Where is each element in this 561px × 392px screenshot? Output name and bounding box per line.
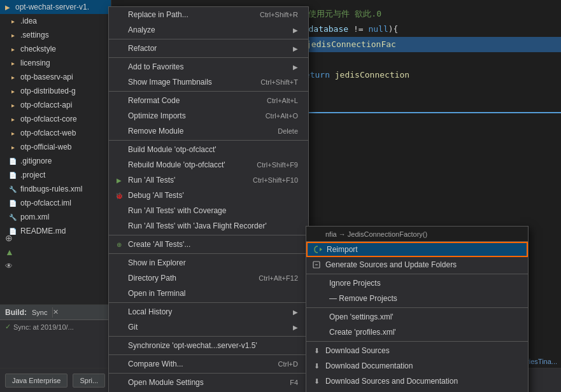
menu-item-run-flight[interactable]: Run 'All Tests' with 'Java Flight Record… [109, 218, 308, 234]
sidebar-item-checkstyle[interactable]: ▸ checkstyle [0, 42, 111, 56]
menu-item-refactor[interactable]: Refactor ▶ [109, 41, 308, 56]
folder-icon: ▸ [8, 44, 18, 54]
sidebar-item-ofclacct-web[interactable]: ▸ otp-ofclacct-web [0, 126, 111, 140]
java-enterprise-tab[interactable]: Java Enterprise [5, 374, 67, 388]
sidebar-item-basesrv[interactable]: ▸ otp-basesrv-api [0, 70, 111, 84]
menu-item-label: Remove Module [128, 127, 265, 136]
arrow-up-icon[interactable]: ▲ [5, 246, 106, 258]
separator [109, 235, 308, 235]
menu-item-build[interactable]: Build Module 'otp-ofclacct' [109, 142, 308, 157]
folder-icon: ▸ [8, 128, 18, 138]
menu-item-thumbnails[interactable]: Show Image Thumbnails Ctrl+Shift+T [109, 74, 308, 90]
spring-tab[interactable]: Spri... [73, 374, 105, 388]
arrow-icon: ▶ [293, 309, 298, 316]
menu-item-rebuild[interactable]: Rebuild Module 'otp-ofclacct' Ctrl+Shift… [109, 157, 308, 172]
sidebar-item-project[interactable]: 📄 .project [0, 168, 111, 182]
sub-separator [306, 307, 528, 308]
menu-item-analyze[interactable]: Analyze ▶ [109, 22, 308, 38]
sidebar-item-root[interactable]: ▶ opt-wechat-server-v1. [0, 0, 111, 14]
debug-icon: 🐞 [114, 190, 124, 200]
menu-item-debug[interactable]: 🐞 Debug 'All Tests' [109, 188, 308, 203]
code-line-6: } [281, 83, 561, 98]
menu-shortcut: Delete [278, 127, 298, 135]
menu-item-label: Local History [128, 307, 290, 316]
menu-item-terminal[interactable]: Open in Terminal [109, 286, 308, 301]
sidebar-item-licensing[interactable]: ▸ licensing [0, 56, 111, 70]
sidebar-item-official-web[interactable]: ▸ otp-official-web [0, 140, 111, 154]
menu-item-label: Open in Terminal [128, 289, 298, 298]
folder-icon: ▸ [8, 114, 18, 124]
sub-menu-download-sources[interactable]: ⬇ Download Sources [306, 343, 528, 358]
menu-item-git[interactable]: Git ▶ [109, 319, 308, 335]
sub-menu-generate[interactable]: Generate Sources and Update Folders [306, 257, 528, 272]
sidebar-item-label: pom.xml [20, 213, 49, 221]
sidebar-item-ofclacct-core[interactable]: ▸ otp-ofclacct-core [0, 112, 111, 126]
sub-menu-label: Reimport [327, 245, 516, 254]
create-icon: ⊕ [114, 239, 124, 249]
menu-item-run-coverage[interactable]: Run 'All Tests' with Coverage [109, 203, 308, 218]
menu-item-label: Add to Favorites [128, 62, 290, 71]
sub-menu-remove[interactable]: — Remove Projects [306, 291, 528, 306]
menu-item-local-history[interactable]: Local History ▶ [109, 304, 308, 319]
sidebar-item-label: otp-distributed-g [20, 87, 76, 95]
menu-item-favorites[interactable]: Add to Favorites ▶ [109, 59, 308, 74]
code-line-3: jedisConnectionFac [281, 37, 561, 52]
menu-item-label: Replace in Path... [128, 10, 247, 19]
menu-item-module-settings[interactable]: Open Module Settings F4 [109, 375, 308, 390]
expand-icon[interactable]: ⊕ [5, 232, 106, 244]
sidebar-item-gitignore[interactable]: 📄 .gitignore [0, 154, 111, 168]
download-icon: ⬇ [311, 376, 322, 386]
sidebar-item-distributed[interactable]: ▸ otp-distributed-g [0, 84, 111, 98]
separator [109, 336, 308, 337]
svg-marker-2 [320, 248, 322, 251]
generate-icon [311, 260, 322, 270]
folder-icon: ▸ [8, 16, 18, 26]
menu-item-create-tests[interactable]: ⊕ Create 'All Tests'... [109, 237, 308, 252]
left-panel-icons: ⊕ ▲ 👁 [0, 229, 111, 275]
menu-item-label: Reformat Code [128, 96, 254, 105]
sidebar-item-pom[interactable]: 🔧 pom.xml [0, 210, 111, 224]
sidebar-item-label: otp-official-web [20, 143, 71, 151]
build-sync-tab[interactable]: Sync [27, 307, 53, 318]
sub-menu-download-docs[interactable]: ⬇ Download Documentation [306, 358, 528, 374]
menu-item-dir-path[interactable]: Directory Path Ctrl+Alt+F12 [109, 270, 308, 286]
menu-item-compare[interactable]: Compare With... Ctrl+D [109, 356, 308, 372]
separator [109, 57, 308, 58]
sidebar-item-findbugs[interactable]: 🔧 findbugs-rules.xml [0, 182, 111, 196]
file-icon: 📄 [8, 156, 18, 166]
eye-icon[interactable]: 👁 [5, 260, 106, 272]
sub-menu-label: Open 'settings.xml' [325, 312, 518, 321]
sub-menu-download-both[interactable]: ⬇ Download Sources and Documentation [306, 374, 528, 389]
sub-header-text: nfia → JedisConnectionFactory() [325, 230, 427, 238]
menu-shortcut: Ctrl+Alt+F12 [259, 274, 298, 282]
menu-item-optimize[interactable]: Optimize Imports Ctrl+Alt+O [109, 108, 308, 123]
sub-menu-create-profiles[interactable]: Create 'profiles.xml' [306, 325, 528, 340]
menu-item-label: Create 'All Tests'... [128, 240, 298, 249]
sub-menu-reimport[interactable]: Reimport [306, 242, 528, 257]
close-tab-icon[interactable]: ✕ [53, 308, 59, 316]
separator [109, 140, 308, 141]
menu-item-synchronize[interactable]: Synchronize 'opt-wechat...server-v1.5' [109, 338, 308, 353]
menu-item-run[interactable]: ▶ Run 'All Tests' Ctrl+Shift+F10 [109, 172, 308, 188]
menu-item-label: Rebuild Module 'otp-ofclacct' [128, 160, 244, 169]
sidebar-item-ofclacct-api[interactable]: ▸ otp-ofclacct-api [0, 98, 111, 112]
arrow-icon: ▶ [293, 64, 298, 71]
sub-menu-label: Download Sources [325, 346, 518, 355]
menu-item-label: Compare With... [128, 360, 266, 368]
menu-item-label: Directory Path [128, 274, 246, 283]
sub-menu-show-pom[interactable]: Show Effective POM [306, 389, 528, 392]
sidebar-item-iml[interactable]: 📄 otp-ofclacct.iml [0, 196, 111, 210]
menu-item-reformat[interactable]: Reformat Code Ctrl+Alt+L [109, 93, 308, 108]
menu-shortcut: F4 [290, 379, 298, 386]
build-header: Build: Sync ✕ [0, 305, 111, 320]
sub-menu-open-settings[interactable]: Open 'settings.xml' [306, 309, 528, 325]
folder-icon: ▶ [3, 2, 13, 12]
menu-item-replace[interactable]: Replace in Path... Ctrl+Shift+R [109, 7, 308, 22]
menu-item-label: Debug 'All Tests' [128, 191, 298, 200]
menu-item-remove-module[interactable]: Remove Module Delete [109, 123, 308, 139]
sidebar-item-idea[interactable]: ▸ .idea [0, 14, 111, 28]
sidebar-item-settings[interactable]: ▸ .settings [0, 28, 111, 42]
menu-item-label: Git [128, 323, 290, 332]
sub-menu-ignore[interactable]: Ignore Projects [306, 276, 528, 291]
menu-item-show-explorer[interactable]: Show in Explorer [109, 255, 308, 270]
